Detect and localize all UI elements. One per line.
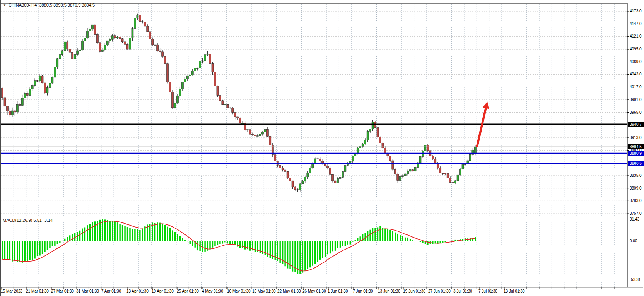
price-axis-label: 3757.0 (630, 211, 642, 216)
time-axis-label: 15 Mar 2023 (1, 289, 22, 293)
macd-scale-zero: 0.00 (630, 239, 644, 243)
up-arrow-annotation[interactable] (483, 101, 489, 109)
time-axis-label: 4 May 01:30 (202, 289, 223, 293)
time-axis-label: 22 May 01:30 (277, 289, 301, 293)
time-axis-label: 19 Jun 01:30 (403, 289, 425, 293)
price-tag-level-3860[interactable]: 3860.5 (628, 161, 644, 166)
window-left-border (0, 0, 1, 296)
symbol-label: CHINA300-,H4 (9, 3, 37, 7)
macd-value: 5.51 (33, 218, 41, 222)
time-axis-label: 13 Jun 01:30 (378, 289, 400, 293)
price-axis-label: 3913.0 (630, 135, 642, 140)
time-axis-label: 21 Mar 01:30 (26, 289, 49, 293)
price-tag-bid: 3894.5 (628, 144, 644, 149)
time-axis-label: 19 Apr 01:30 (152, 289, 174, 293)
time-axis-label: 16 May 01:30 (252, 289, 276, 293)
price-axis-label: 4017.0 (630, 85, 642, 89)
symbol-dropdown-icon[interactable]: ▼ (3, 3, 6, 7)
time-axis-label: 13 Apr 01:30 (126, 289, 149, 293)
time-axis-label: 10 May 01:30 (227, 289, 251, 293)
price-axis-label: 4095.0 (630, 47, 642, 51)
time-axis-label: 7 Apr 01:30 (101, 289, 121, 293)
price-axis-label: 4121.0 (630, 34, 642, 39)
time-axis-label: 7 Jun 01:30 (353, 289, 373, 293)
time-axis-label: 3 Jul 01:30 (453, 289, 472, 293)
macd-scale-min: -53.31 (630, 277, 644, 282)
macd-label: MACD(12,26,9) (3, 218, 32, 222)
price-axis-label: 3809.0 (630, 186, 642, 191)
time-axis-label: 27 Jun 01:30 (428, 289, 451, 293)
price-axis-label: 4043.0 (630, 72, 642, 77)
price-tag-level-3880[interactable]: 3880.9 (628, 151, 644, 156)
price-axis-label: 4147.0 (630, 22, 642, 26)
price-axis-label: 3965.0 (630, 110, 642, 115)
macd-signal-value: -3.14 (43, 218, 53, 222)
time-axis-label: 27 Mar 01:30 (51, 289, 74, 293)
price-axis-label: 4069.0 (630, 60, 642, 64)
macd-scale-max: 31.43 (630, 217, 644, 222)
time-axis-label: 1 Jun 01:30 (328, 289, 348, 293)
time-axis-label: 7 Jul 01:30 (478, 289, 497, 293)
chart-window: ▼ CHINA300-,H4 3880.5 3898.5 3876.9 3894… (0, 0, 644, 296)
time-axis-label: 13 Jul 01:30 (504, 289, 525, 293)
time-axis-label: 31 Mar 01:30 (76, 289, 99, 293)
ohlc-values: 3880.5 3898.5 3876.9 3894.5 (39, 3, 95, 7)
price-axis-label: 4173.0 (630, 9, 642, 14)
price-axis-label: 3991.0 (630, 98, 642, 102)
time-axis-label: 26 May 01:30 (302, 289, 326, 293)
price-tag-level-3940[interactable]: 3940.7 (628, 122, 644, 127)
macd-readout: MACD(12,26,9) 5.51 -3.14 (3, 218, 53, 227)
price-axis-label: 3835.0 (630, 173, 642, 178)
time-axis-label: 25 Apr 01:30 (177, 289, 199, 293)
chart-canvas[interactable] (0, 0, 644, 296)
symbol-readout: ▼ CHINA300-,H4 3880.5 3898.5 3876.9 3894… (3, 2, 95, 8)
price-axis-label: 3783.0 (630, 198, 642, 203)
